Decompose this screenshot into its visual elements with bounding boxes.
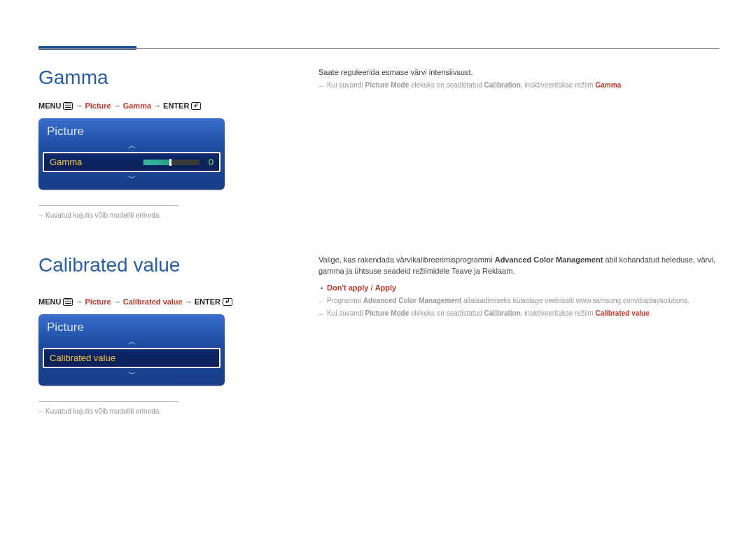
arrow-icon: → (153, 101, 161, 110)
osd-header: Picture (38, 314, 225, 336)
arrow-icon: → (185, 297, 192, 306)
arrow-icon: → (113, 101, 121, 110)
right-column-gamma: Saate reguleerida esmase värvi intensiiv… (318, 66, 718, 90)
gamma-intro: Saate reguleerida esmase värvi intensiiv… (318, 66, 718, 78)
nav-enter-label: ENTER (163, 101, 189, 110)
nav-path-gamma: MENU → Picture → Gamma → ENTER (38, 101, 720, 110)
chevron-down-icon[interactable]: ﹀ (38, 172, 225, 184)
arrow-icon: → (113, 297, 121, 306)
option-dont-apply: Don't apply (327, 283, 368, 292)
chevron-up-icon[interactable]: ︿ (38, 336, 225, 348)
enter-icon (223, 298, 232, 306)
osd-row-gamma[interactable]: Gamma 0 (43, 152, 220, 172)
calibrated-note-2: Kui suvandi Picture Mode olekuks on sead… (318, 308, 718, 318)
nav-enter-label: ENTER (195, 297, 220, 306)
chevron-up-icon[interactable]: ︿ (38, 140, 225, 152)
right-column-calibrated: Valige, kas rakendada värvikalibreerimis… (318, 254, 718, 318)
menu-icon (63, 298, 73, 306)
calibrated-intro: Valige, kas rakendada värvikalibreerimis… (318, 254, 718, 276)
osd-row-label: Gamma (50, 157, 82, 167)
osd-slider[interactable] (144, 160, 200, 165)
separator (38, 205, 178, 206)
page-content: Gamma MENU → Picture → Gamma → ENTER Pic… (38, 66, 720, 415)
osd-panel-gamma: Picture ︿ Gamma 0 ﹀ (38, 118, 225, 190)
footnote-gamma: Kuvatud kujutis võib mudeliti erineda. (38, 211, 720, 219)
menu-icon (63, 102, 73, 110)
chevron-down-icon[interactable]: ﹀ (38, 368, 225, 380)
osd-row-calibrated[interactable]: Calibrated value (43, 348, 220, 368)
osd-slider-fill (144, 160, 170, 165)
nav-item-picture: Picture (85, 297, 111, 306)
option-apply: Apply (375, 283, 397, 292)
gamma-note: Kui suvandi Picture Mode olekuks on sead… (318, 80, 718, 90)
calibrated-options: Don't apply / Apply (318, 282, 718, 293)
footnote-calibrated: Kuvatud kujutis võib mudeliti erineda. (38, 407, 720, 415)
arrow-icon: → (75, 297, 83, 306)
arrow-icon: → (75, 101, 83, 110)
nav-item-calibrated: Calibrated value (123, 297, 183, 306)
osd-panel-calibrated: Picture ︿ Calibrated value ﹀ (38, 314, 225, 386)
osd-slider-thumb[interactable] (169, 159, 172, 166)
nav-menu-label: MENU (38, 101, 61, 110)
osd-value: 0 (206, 157, 214, 167)
section-calibrated-value: Calibrated value MENU → Picture → Calibr… (38, 254, 720, 415)
osd-row-label: Calibrated value (50, 353, 115, 363)
enter-icon (191, 102, 201, 110)
separator (38, 401, 178, 402)
page-top-rule (38, 48, 720, 49)
nav-menu-label: MENU (38, 297, 61, 306)
osd-header: Picture (38, 118, 225, 140)
nav-item-picture: Picture (85, 101, 111, 110)
nav-item-gamma: Gamma (123, 101, 151, 110)
calibrated-note-1: Programmi Advanced Color Management alla… (318, 295, 718, 306)
